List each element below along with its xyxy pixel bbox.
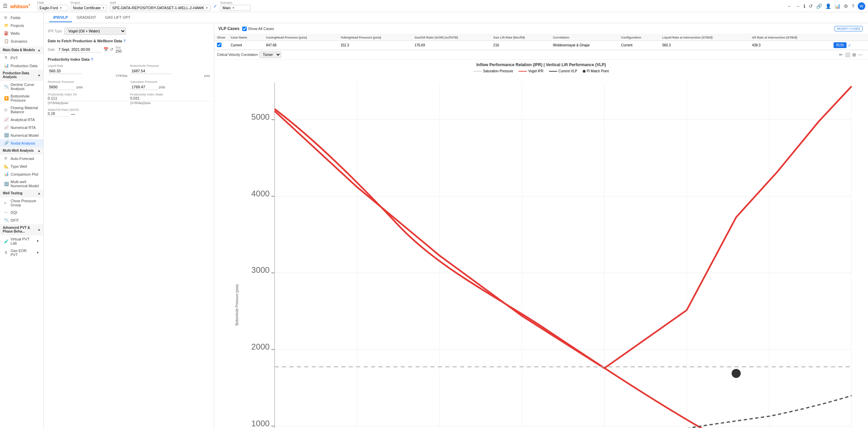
- bottomhole-pressure-input[interactable]: [130, 68, 171, 74]
- sidebar-item-virtual-pvt-lab[interactable]: 🧪 Virtual PVT Lab ▼: [0, 235, 43, 247]
- date-icons: 📅 ↺: [103, 47, 113, 52]
- analytical-rta-icon: 📈: [4, 117, 9, 122]
- nodal-analysis-icon: 🔗: [4, 141, 9, 145]
- row-show[interactable]: [214, 41, 228, 50]
- settings-icon[interactable]: ⚙: [844, 3, 848, 9]
- type-well-icon: 📐: [4, 164, 9, 168]
- day-field: Day 250: [115, 46, 121, 53]
- legend-vogel-ipr: Vogel IPR: [519, 69, 543, 73]
- sidebar: ⊞ Fields 📁 Projects ⛽ Wells 📋 Scenarios …: [0, 12, 44, 428]
- sidebar-item-auto-forecast[interactable]: ⚙ Auto-Forecast: [0, 154, 43, 162]
- group-main-data[interactable]: Main Data & Models ▲: [0, 46, 43, 54]
- pi-water-value: 0.031: [130, 96, 210, 101]
- date-row: Date 📅 ↺ Day 250: [48, 46, 210, 53]
- refresh-icon[interactable]: ↺: [809, 3, 813, 9]
- forward-icon[interactable]: →: [795, 3, 800, 9]
- sidebar-item-type-well[interactable]: 📐 Type Well: [0, 162, 43, 170]
- legend-pi-match-label: Pi Match Point: [587, 69, 609, 73]
- group-production-analysis[interactable]: Production Data Analysis ▲: [0, 70, 43, 81]
- sidebar-item-dqi[interactable]: 〰 DQI: [0, 209, 43, 216]
- sidebar-item-numerical-rta[interactable]: 📈 Numerical RTA: [0, 123, 43, 131]
- sidebar-item-nodal-analysis[interactable]: 🔗 Nodal Analysis: [0, 139, 43, 147]
- row-configuration: Current: [618, 41, 660, 50]
- group-well-testing[interactable]: Well Testing ▲: [0, 190, 43, 197]
- modify-cases-button[interactable]: MODIFY CASES: [835, 26, 863, 31]
- field-dropdown[interactable]: Eagle-Ford ▼: [37, 5, 68, 11]
- sidebar-item-fields[interactable]: ⊞ Fields: [0, 14, 43, 21]
- sidebar-item-bottomhole-pressure[interactable]: 🔽 Bottomhole Pressure: [0, 92, 43, 104]
- fields-icon: ⊞: [4, 15, 9, 20]
- sidebar-item-numerical-model[interactable]: 🔢 Numerical Model: [0, 131, 43, 139]
- tab-gas-lift-opt[interactable]: GAS LIFT OPT: [101, 13, 134, 22]
- vlp-header: VLP Cases Show All Cases MODIFY CASES: [214, 23, 868, 34]
- edit-chart-icon[interactable]: ✏: [839, 52, 843, 57]
- person-icon[interactable]: 👤: [825, 3, 831, 9]
- sidebar-item-projects[interactable]: 📁 Projects: [0, 21, 43, 29]
- sidebar-item-production-data[interactable]: 📊 Production Data: [0, 62, 43, 70]
- sidebar-top-items: ⊞ Fields 📁 Projects ⛽ Wells 📋 Scenarios: [0, 12, 43, 46]
- back-icon[interactable]: ←: [787, 3, 792, 9]
- hamburger-icon[interactable]: ☰: [3, 3, 8, 9]
- help-icon[interactable]: ?: [852, 3, 854, 9]
- vel-corr-select[interactable]: Turner: [259, 51, 281, 58]
- sidebar-item-label: Scenarios: [11, 39, 27, 43]
- sidebar-item-flowing-material-balance[interactable]: ⚖ Flowing Material Balance: [0, 104, 43, 116]
- scenario-chevron-icon: ▼: [232, 6, 235, 10]
- show-all-checkbox[interactable]: Show All Cases: [242, 27, 274, 31]
- more-options-icon[interactable]: ⋯: [858, 52, 863, 57]
- link-icon[interactable]: 🔗: [816, 3, 822, 9]
- sidebar-item-wells[interactable]: ⛽ Wells: [0, 29, 43, 37]
- info-icon[interactable]: ℹ: [804, 3, 805, 9]
- sidebar-item-comparison-plot[interactable]: 📊 Comparison Plot: [0, 170, 43, 178]
- legend-pi-match-point: Pi Match Point: [583, 69, 609, 73]
- calendar-icon[interactable]: 📅: [103, 47, 108, 52]
- tab-gradient[interactable]: GRADIENT: [73, 13, 100, 22]
- fetch-help-icon[interactable]: ?: [124, 39, 126, 43]
- project-dropdown[interactable]: Nodal Certificate ▼: [71, 5, 107, 11]
- saturation-pressure-unit: psia: [159, 85, 165, 89]
- col-liquid-rate: Liquid Rate at Intersection (STB/d): [660, 34, 749, 41]
- pi-help-icon[interactable]: ?: [91, 58, 93, 61]
- liquid-rate-unit: STB/day: [48, 74, 128, 77]
- content-area: IPR/VLP GRADIENT GAS LIFT OPT IPR Type V…: [44, 12, 868, 428]
- vlp-curve-path: [275, 396, 852, 428]
- col-gor: Gas/Oil Ratio (GOR) (scf/STB): [412, 34, 491, 41]
- date-input[interactable]: [57, 47, 101, 53]
- well-dropdown[interactable]: SPE-DATA-REPOSITORY-DATASET-1-WELL-2-HAW…: [110, 5, 211, 11]
- reservoir-pressure-input[interactable]: [48, 84, 75, 90]
- group-multi-well[interactable]: Multi-Well Analysis ▲: [0, 147, 43, 154]
- ipr-type-select[interactable]: Vogel (Oil + Water): [64, 27, 126, 35]
- group-chevron-icon: ▲: [38, 228, 41, 231]
- field-selector: Field Eagle-Ford ▼: [37, 1, 68, 11]
- decline-curve-icon: 📉: [4, 85, 9, 89]
- projects-icon: 📁: [4, 23, 9, 28]
- user-avatar[interactable]: W: [858, 2, 865, 10]
- row-gas-lift: 216: [491, 41, 550, 50]
- sidebar-item-multi-well-numerical[interactable]: 🔢 Multi-well Numerical Model: [0, 178, 43, 190]
- dfit-icon: 📉: [4, 218, 9, 222]
- saturation-pressure-input[interactable]: [130, 84, 158, 90]
- scenario-dropdown[interactable]: Main ▼: [220, 5, 251, 11]
- sidebar-item-analytical-rta[interactable]: 📈 Analytical RTA: [0, 116, 43, 123]
- show-all-input[interactable]: [242, 27, 247, 31]
- reset-icon[interactable]: ↺: [110, 47, 113, 52]
- sidebar-item-scenarios[interactable]: 📋 Scenarios: [0, 37, 43, 45]
- sidebar-item-dfit[interactable]: 📉 DFIT: [0, 216, 43, 224]
- tab-ipr-vlp[interactable]: IPR/VLP: [49, 13, 72, 22]
- group-multi-well-items: ⚙ Auto-Forecast 📐 Type Well 📊 Comparison…: [0, 154, 43, 190]
- sidebar-item-decline-curve[interactable]: 📉 Decline Curve Analysis: [0, 81, 43, 92]
- group-chevron-icon: ▲: [38, 73, 41, 77]
- liquid-rate-input[interactable]: [48, 68, 82, 74]
- group-advanced-pvt[interactable]: Advanced PVT & Phase Beha... ▲: [0, 224, 43, 235]
- col-correlation: Correlation: [550, 34, 618, 41]
- expand-icon[interactable]: ⬜: [845, 52, 850, 57]
- chart-icon[interactable]: 📊: [835, 3, 840, 9]
- saturation-pressure-label: Saturation Pressure: [130, 80, 210, 84]
- run-button[interactable]: RUN: [834, 42, 847, 48]
- sidebar-item-gas-eor-pvt[interactable]: ⚗ Gas EOR PVT ▼: [0, 247, 43, 259]
- grid-view-icon[interactable]: ⊞: [852, 52, 856, 57]
- row-liquid-rate: 560.3: [660, 41, 749, 50]
- legend-current-vlp-label: Current VLP: [559, 69, 577, 73]
- sidebar-item-pvt[interactable]: ⚗ PVT: [0, 54, 43, 62]
- sidebar-item-chow-pressure[interactable]: ≡ Chow Pressure Group: [0, 197, 43, 209]
